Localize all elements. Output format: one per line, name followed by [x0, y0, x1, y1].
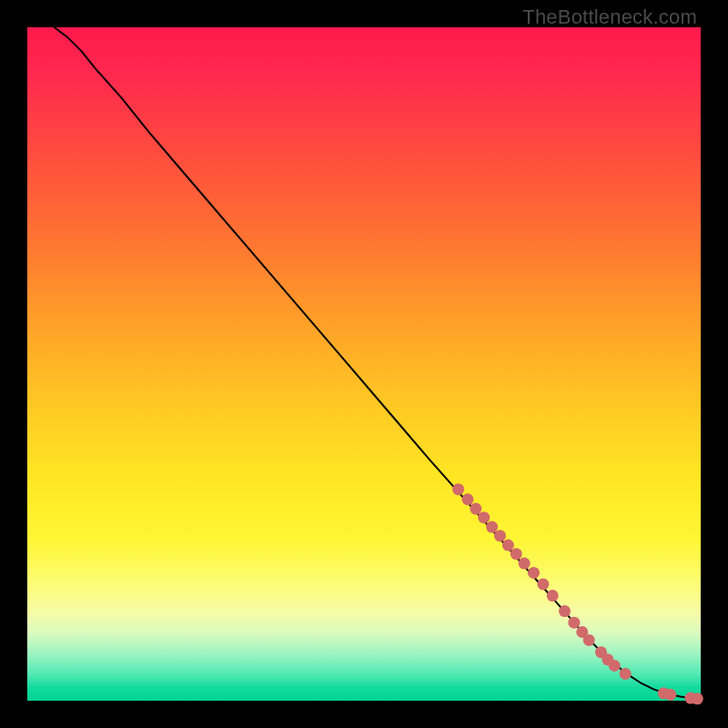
curve-marker [664, 689, 676, 701]
curve-svg [27, 27, 701, 701]
curve-marker [692, 693, 703, 704]
curve-marker [461, 493, 473, 505]
plot-area [27, 27, 701, 701]
curve-marker [609, 660, 621, 672]
curve-marker [494, 530, 506, 541]
curve-marker [519, 558, 531, 570]
curve-marker [568, 617, 580, 629]
curve-markers [452, 483, 703, 704]
curve-marker [486, 521, 498, 533]
curve-marker [511, 548, 522, 560]
curve-marker [452, 483, 464, 495]
curve-marker [559, 605, 571, 617]
chart-frame: TheBottleneck.com [0, 0, 728, 728]
curve-marker [470, 503, 481, 515]
curve-marker [583, 634, 595, 646]
curve-marker [537, 578, 549, 590]
curve-marker [502, 540, 514, 551]
curve-marker [478, 511, 490, 523]
curve-marker [528, 567, 540, 579]
watermark-label: TheBottleneck.com [522, 5, 697, 29]
bottleneck-curve-line [55, 27, 701, 699]
curve-marker [547, 590, 559, 602]
curve-marker [620, 668, 632, 680]
